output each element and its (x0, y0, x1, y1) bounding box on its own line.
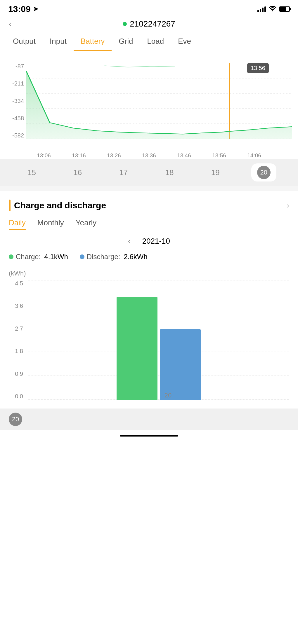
title-accent-bar (9, 200, 11, 211)
tab-bar: Output Input Battery Grid Load Eve (0, 32, 298, 51)
bar-chart-wrapper: (kWh) 4.5 3.6 2.7 1.8 0.9 0.0 (9, 267, 289, 409)
y-label-4: -458 (6, 115, 26, 122)
wifi-icon (269, 5, 276, 13)
chart-tooltip: 13:56 (247, 63, 269, 73)
line-chart-svg (26, 63, 292, 139)
signal-bars-icon (257, 6, 266, 12)
bottom-date-selector: 20 (0, 409, 298, 430)
y-label-1: -87 (6, 63, 26, 70)
charge-section: Charge and discharge › Daily Monthly Yea… (0, 191, 298, 409)
header-nav: ‹ 2102247267 (0, 16, 298, 32)
tab-load[interactable]: Load (140, 32, 171, 51)
y-label-2: -211 (6, 80, 26, 87)
section-title-text: Charge and discharge (14, 200, 106, 210)
charge-value: 4.1kWh (44, 253, 68, 261)
discharge-bar (160, 329, 201, 400)
line-chart-section: -87 -211 -334 -458 -582 (0, 51, 298, 159)
bars-inner: 20 (28, 280, 289, 400)
line-chart-container: -87 -211 -334 -458 -582 (6, 51, 292, 151)
bar-chart-area: 4.5 3.6 2.7 1.8 0.9 0.0 (9, 280, 289, 409)
bar-y-3_6: 3.6 (9, 303, 25, 309)
date-navigation: ‹ 2021-10 (9, 237, 289, 246)
x-label-3: 13:26 (107, 152, 121, 159)
bar-y-labels: 4.5 3.6 2.7 1.8 0.9 0.0 (9, 280, 25, 400)
bar-x-labels: 20 (47, 391, 289, 400)
legend-charge: Charge: 4.1kWh (9, 253, 68, 261)
x-axis-labels: 13:06 13:16 13:26 13:36 13:46 13:56 14:0… (6, 151, 292, 159)
x-label-6: 13:56 (212, 152, 226, 159)
date-18[interactable]: 18 (160, 166, 180, 179)
date-selector-row: 15 16 17 18 19 20 (0, 159, 298, 186)
date-20-selected[interactable]: 20 (251, 163, 276, 181)
location-icon: ➤ (33, 5, 38, 13)
x-label-7: 14:06 (247, 152, 261, 159)
tab-input[interactable]: Input (43, 32, 74, 51)
bar-y-1_8: 1.8 (9, 348, 25, 355)
discharge-dot (80, 254, 84, 259)
home-indicator (0, 430, 298, 439)
date-circle: 20 (257, 166, 271, 179)
legend-discharge: Discharge: 2.6kWh (80, 253, 148, 261)
battery-icon (279, 6, 290, 12)
online-status-dot (123, 22, 127, 26)
date-16[interactable]: 16 (67, 166, 88, 179)
y-label-5: -582 (6, 132, 26, 139)
bottom-date-circle-20[interactable]: 20 (9, 413, 22, 426)
date-17[interactable]: 17 (113, 166, 134, 179)
discharge-label: Discharge: (87, 253, 120, 261)
tab-eve[interactable]: Eve (171, 32, 198, 51)
bar-x-label-20: 20 (164, 392, 171, 399)
discharge-value: 2.6kWh (124, 253, 147, 261)
x-label-4: 13:36 (142, 152, 156, 159)
date-19[interactable]: 19 (205, 166, 226, 179)
chart-drawing-area: 13:56 (26, 63, 292, 139)
section-chevron-right[interactable]: › (287, 201, 289, 210)
section-title-row: Charge and discharge › (9, 200, 289, 211)
device-id-label: 2102247267 (130, 19, 175, 29)
x-label-1: 13:06 (37, 152, 51, 159)
date-15[interactable]: 15 (22, 166, 42, 179)
period-tab-monthly[interactable]: Monthly (37, 218, 64, 230)
period-tabs: Daily Monthly Yearly (9, 218, 289, 230)
device-id-container: 2102247267 (123, 19, 175, 29)
charge-bar (117, 297, 157, 400)
section-title-left: Charge and discharge (9, 200, 106, 211)
bars-container (28, 280, 289, 400)
y-axis-labels: -87 -211 -334 -458 -582 (6, 63, 26, 139)
status-time: 13:09 ➤ (8, 4, 38, 14)
chart-legend: Charge: 4.1kWh Discharge: 2.6kWh (9, 253, 289, 261)
charge-label: Charge: (16, 253, 41, 261)
tab-output[interactable]: Output (6, 32, 43, 51)
y-label-3: -334 (6, 98, 26, 104)
tab-grid[interactable]: Grid (112, 32, 140, 51)
status-bar: 13:09 ➤ (0, 0, 298, 16)
period-tab-yearly[interactable]: Yearly (76, 218, 96, 230)
bar-y-0_0: 0.0 (9, 393, 25, 400)
status-icons (257, 5, 290, 13)
bar-y-4_5: 4.5 (9, 280, 25, 287)
x-label-5: 13:46 (177, 152, 191, 159)
charge-dot (9, 254, 13, 259)
time-label: 13:09 (8, 4, 31, 14)
bar-y-2_7: 2.7 (9, 325, 25, 332)
tab-battery[interactable]: Battery (74, 32, 112, 51)
back-button[interactable]: ‹ (9, 19, 11, 29)
x-label-2: 13:16 (72, 152, 86, 159)
date-prev-btn[interactable]: ‹ (128, 237, 131, 246)
kwh-unit-label: (kWh) (9, 270, 289, 277)
home-bar (120, 435, 178, 437)
section-divider (0, 186, 298, 191)
current-date-label: 2021-10 (142, 237, 170, 246)
bar-y-0_9: 0.9 (9, 371, 25, 377)
period-tab-daily[interactable]: Daily (9, 218, 26, 230)
